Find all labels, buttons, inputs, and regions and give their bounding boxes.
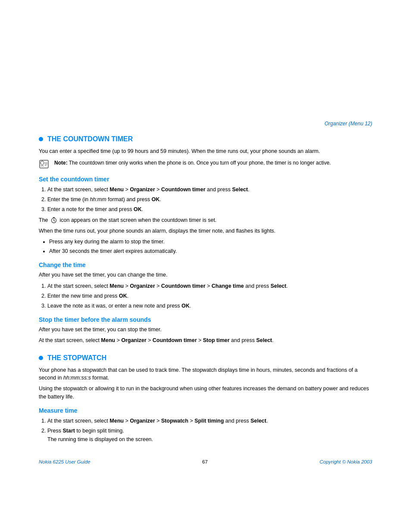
change-time-subsection: Change the time After you have set the t…	[39, 261, 372, 310]
organizer-header: Organizer (Menu 12)	[39, 121, 372, 127]
set-countdown-subsection: Set the countdown timer At the start scr…	[39, 176, 372, 256]
countdown-bullets: Press any key during the alarm to stop t…	[49, 237, 372, 255]
bullet-dot-countdown	[39, 137, 43, 141]
countdown-title-text: THE COUNTDOWN TIMER	[47, 135, 133, 143]
footer-center: 67	[202, 459, 208, 464]
stop-timer-subsection: Stop the timer before the alarm sounds A…	[39, 316, 372, 345]
stop-timer-intro: After you have set the timer, you can st…	[39, 326, 372, 334]
content-area: Organizer (Menu 12) THE COUNTDOWN TIMER …	[0, 0, 411, 490]
svg-line-8	[54, 221, 55, 221]
footer-right: Copyright © Nokia 2003	[320, 459, 372, 464]
footer-left: Nokia 6225 User Guide	[39, 459, 90, 464]
change-step-2: Enter the new time and press OK.	[47, 292, 372, 300]
set-countdown-steps: At the start screen, select Menu > Organ…	[47, 185, 372, 214]
change-step-1: At the start screen, select Menu > Organ…	[47, 282, 372, 290]
change-step-3: Leave the note as it was, or enter a new…	[47, 302, 372, 310]
page-footer: Nokia 6225 User Guide 67 Copyright © Nok…	[39, 457, 372, 464]
countdown-intro: You can enter a specified time (up to 99…	[39, 147, 372, 156]
step-3: Enter a note for the timer and press OK.	[47, 205, 372, 214]
note-icon	[39, 159, 51, 170]
note-box: Note: The countdown timer only works whe…	[39, 159, 372, 170]
stop-timer-title: Stop the timer before the alarm sounds	[39, 316, 372, 323]
bullet-dot-stopwatch	[39, 356, 43, 360]
bullet-2: After 30 seconds the timer alert expires…	[49, 247, 372, 255]
change-time-title: Change the time	[39, 261, 372, 268]
countdown-timer-section: THE COUNTDOWN TIMER You can enter a spec…	[39, 135, 372, 345]
countdown-after-step1: The icon appears on the start screen whe…	[39, 216, 372, 224]
countdown-set-icon	[50, 217, 57, 224]
stopwatch-intro1: Your phone has a stopwatch that can be u…	[39, 366, 372, 383]
set-countdown-title: Set the countdown timer	[39, 176, 372, 183]
step-1: At the start screen, select Menu > Organ…	[47, 185, 372, 194]
stopwatch-title-text: THE STOPWATCH	[47, 354, 106, 362]
note-text: Note: The countdown timer only works whe…	[54, 159, 331, 167]
measure-step-2: Press Start to begin split timing.The ru…	[47, 426, 372, 444]
svg-point-1	[40, 161, 44, 165]
stopwatch-section: THE STOPWATCH Your phone has a stopwatch…	[39, 354, 372, 444]
stopwatch-intro2: Using the stopwatch or allowing it to ru…	[39, 385, 372, 401]
countdown-timer-title: THE COUNTDOWN TIMER	[39, 135, 372, 143]
step-2: Enter the time (in hh:mm format) and pre…	[47, 195, 372, 204]
countdown-after-step2: When the time runs out, your phone sound…	[39, 227, 372, 235]
stopwatch-title: THE STOPWATCH	[39, 354, 372, 362]
note-label: Note:	[54, 160, 68, 166]
bullet-1: Press any key during the alarm to stop t…	[49, 237, 372, 246]
page: Organizer (Menu 12) THE COUNTDOWN TIMER …	[0, 0, 411, 532]
measure-time-steps: At the start screen, select Menu > Organ…	[47, 417, 372, 444]
measure-time-subsection: Measure time At the start screen, select…	[39, 407, 372, 444]
stop-timer-instruction: At the start screen, select Menu > Organ…	[39, 336, 372, 345]
change-time-intro: After you have set the timer, you can ch…	[39, 271, 372, 279]
measure-time-title: Measure time	[39, 407, 372, 414]
change-time-steps: At the start screen, select Menu > Organ…	[47, 282, 372, 310]
organizer-header-text: Organizer (Menu 12)	[324, 121, 372, 127]
measure-step-1: At the start screen, select Menu > Organ…	[47, 417, 372, 425]
